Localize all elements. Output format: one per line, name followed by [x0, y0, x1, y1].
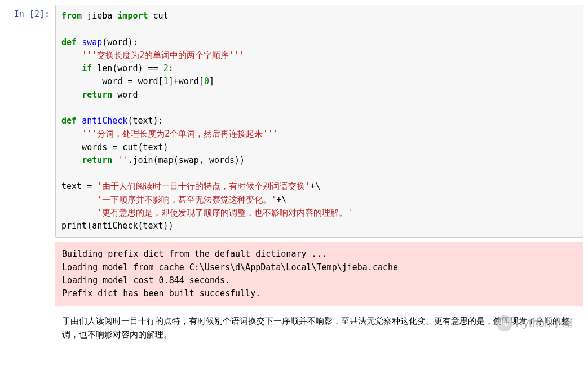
stdout-output: 于由们人读阅时一目十行的点特，有时候别个语词换交下一序顺并不响影，至甚法无觉察种… [55, 310, 583, 341]
code-token: print(antiCheck(text)) [61, 221, 174, 231]
input-prompt: In [2]: [5, 5, 55, 19]
code-token: '''分词，处理长度为2个单词，然后再连接起来''' [82, 129, 278, 139]
code-token [77, 116, 82, 126]
code-token: .join(map(swap, words)) [127, 155, 245, 165]
code-token [61, 195, 97, 205]
code-token [61, 155, 82, 165]
code-token: (text): [127, 116, 163, 126]
stderr-row: Building prefix dict from the default di… [5, 240, 583, 306]
code-token: : [169, 63, 174, 73]
code-cell: In [2]: from jieba import cut def swap(w… [5, 5, 583, 238]
code-token [77, 37, 82, 47]
code-token [61, 208, 97, 218]
code-token: 1 [163, 76, 169, 86]
code-token [61, 63, 82, 73]
code-token: if [82, 63, 92, 73]
code-token: word = word[ [61, 76, 163, 86]
stdout-row: 于由们人读阅时一目十行的点特，有时候别个语词换交下一序顺并不响影，至甚法无觉察种… [5, 308, 583, 341]
code-token [61, 50, 82, 60]
code-token: text = [61, 181, 97, 191]
code-input[interactable]: from jieba import cut def swap(word): ''… [55, 5, 583, 238]
code-token [61, 90, 82, 100]
code-token: cut [148, 11, 169, 21]
code-token: ]+word[ [169, 76, 204, 86]
code-token: word [112, 90, 138, 100]
code-token: '更有意思的是，即使发现了顺序的调整，也不影响对内容的理解。' [97, 208, 352, 218]
code-token: antiCheck [82, 116, 127, 126]
code-token: 2 [163, 63, 169, 73]
code-token: jieba [82, 11, 117, 21]
code-token: from [61, 11, 82, 21]
code-token: def [61, 116, 77, 126]
code-token [112, 155, 117, 165]
code-token: return [82, 155, 112, 165]
code-token: '''交换长度为2的单词中的两个字顺序''' [82, 50, 244, 60]
code-token: swap [82, 37, 102, 47]
code-token: import [117, 11, 148, 21]
stderr-output: Building prefix dict from the default di… [55, 242, 583, 306]
code-token: words = cut(text) [61, 142, 169, 152]
code-token: '由于人们阅读时一目十行的特点，有时候个别词语交换' [97, 181, 310, 191]
code-token: +\ [276, 195, 286, 205]
code-token: +\ [310, 181, 320, 191]
code-token: ] [209, 76, 214, 86]
code-token: len(word) == [92, 63, 163, 73]
code-token: def [61, 37, 77, 47]
code-token: (word): [102, 37, 138, 47]
code-token: 0 [204, 76, 209, 86]
code-token [61, 129, 82, 139]
code-token: '' [117, 155, 127, 165]
code-token: return [82, 90, 112, 100]
code-token: '一下顺序并不影响，甚至无法察觉这种变化。' [97, 195, 276, 205]
